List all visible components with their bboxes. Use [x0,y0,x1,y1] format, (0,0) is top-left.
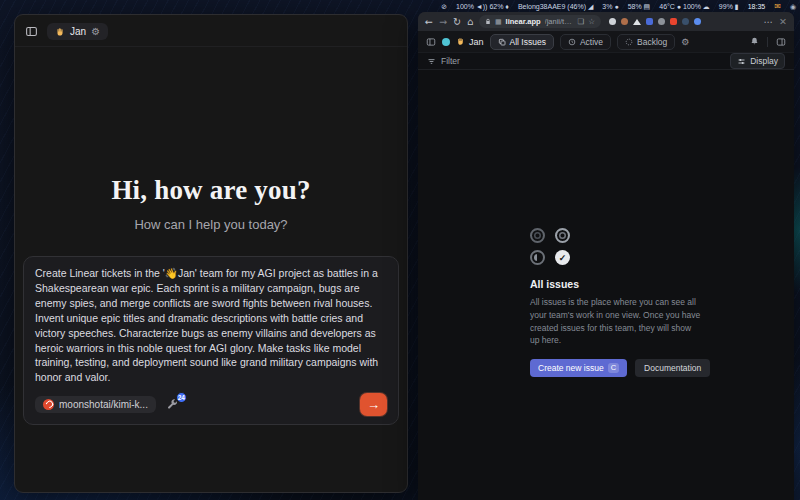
browser-toolbar: ← → ↻ ⌂ ▦ linear.app /janii/team/JANAPP/… [418,12,794,31]
documentation-button[interactable]: Documentation [635,359,710,377]
clock: 18:35 [748,3,766,10]
notifications-bell-icon[interactable] [750,37,759,46]
jan-app-window: Jan ⚙ Hi, how are you? How can I help yo… [14,14,408,493]
wave-emoji-icon [55,27,65,37]
extension-icons [609,18,701,25]
composer-toolbar: moonshotai/kimi-k... 24 → [35,393,387,416]
thread-team-label: Jan [70,26,86,37]
extension-icon-triangle[interactable] [633,19,641,25]
linear-header: Jan All Issues Active Backlog ⚙ [418,31,794,52]
linear-app: Jan All Issues Active Backlog ⚙ [418,31,794,500]
page-doc-icon[interactable]: ❏ [577,17,584,26]
browser-home-icon[interactable]: ⌂ [467,16,473,27]
linear-sidebar-toggle-icon[interactable] [426,37,436,47]
extension-icon-dark[interactable] [682,18,689,25]
desktop: ⊘ 100% ◄)) 62% ♦ Belong38AAE9 (46%) ◢ 3%… [0,0,800,500]
prompt-input-text[interactable]: Create Linear tickets in the '👋Jan' team… [35,266,387,385]
tab-backlog[interactable]: Backlog [617,34,675,50]
browser-back-icon[interactable]: ← [425,16,433,27]
mail-icon[interactable]: ✉ [774,2,781,11]
extension-icon-red[interactable] [670,18,677,25]
empty-state-actions: Create new issue C Documentation [530,359,708,377]
send-arrow-icon: → [367,397,380,412]
linear-team-label: Jan [469,37,484,47]
right-panel-toggle-icon[interactable] [776,37,786,47]
create-new-issue-button[interactable]: Create new issue C [530,359,627,377]
tools-button[interactable]: 24 [166,399,178,411]
shortcut-key-badge: C [608,363,619,373]
url-path: /janii/team/JANAPP/all [545,17,574,26]
browser-overflow-icon[interactable]: ⋯ [764,16,774,27]
dnd-icon: ⊘ [441,3,447,11]
done-status-icon: ✓ [555,250,570,265]
issue-status-icons: ✓ [530,228,708,265]
memory-status: 58% ▤ [628,3,651,11]
linear-header-right [750,37,786,47]
address-bar[interactable]: ▦ linear.app /janii/team/JANAPP/all ❏ ☆ [479,15,601,28]
battery-status: 99% ▮ [719,3,739,11]
extension-icon-blue[interactable] [646,18,653,25]
send-button[interactable]: → [360,393,387,416]
lock-icon [485,18,491,25]
model-selector-label: moonshotai/kimi-k... [59,399,148,410]
moonshot-logo-icon [43,399,54,410]
tab-active-label: Active [580,37,603,47]
tab-all-issues-label: All Issues [510,37,546,47]
in-progress-status-icon [530,250,545,265]
empty-state-title: All issues [530,278,708,290]
todo-status-icon [555,228,570,243]
extension-icon-globe[interactable] [609,18,616,25]
bookmark-star-icon[interactable]: ☆ [588,17,595,26]
system-status-bar: ⊘ 100% ◄)) 62% ♦ Belong38AAE9 (46%) ◢ 3%… [0,0,796,13]
tab-all-issues[interactable]: All Issues [490,34,554,50]
cpu-status: 3% ● [602,3,618,10]
view-settings-gear-icon[interactable]: ⚙ [681,37,689,47]
camera-icon[interactable]: ◉ [790,3,796,11]
thread-settings-gear-icon[interactable]: ⚙ [91,26,100,37]
jan-header: Jan ⚙ [15,15,407,47]
backlog-status-icon [530,228,545,243]
tab-active[interactable]: Active [560,34,611,50]
browser-close-icon[interactable]: ✕ [779,16,787,27]
workspace-logo-icon [442,38,450,46]
greeting-title: Hi, how are you? [15,175,407,206]
url-host: linear.app [506,17,541,26]
filter-icon [427,57,436,66]
temperature-status: 46°C ● 100% ☁ [659,3,710,11]
wifi-network-status: Belong38AAE9 (46%) ◢ [518,3,593,11]
extension-icon-gray[interactable] [658,18,665,25]
display-button-label: Display [750,56,778,66]
greeting-block: Hi, how are you? How can I help you toda… [15,175,407,232]
greeting-subtitle: How can I help you today? [15,217,407,232]
chat-composer[interactable]: Create Linear tickets in the '👋Jan' team… [23,256,399,425]
browser-reload-icon[interactable]: ↻ [453,16,461,27]
tab-backlog-label: Backlog [637,37,667,47]
extension-icon-sphere[interactable] [621,18,628,25]
thread-team-pill[interactable]: Jan ⚙ [47,23,108,40]
empty-state-description: All issues is the place where you can se… [530,296,702,347]
header-divider [767,37,768,47]
linear-team-breadcrumb[interactable]: Jan [456,37,484,47]
tools-count-badge: 24 [176,392,187,403]
linear-filter-bar: Filter Display [418,52,794,70]
create-new-issue-label: Create new issue [538,363,604,373]
linear-main-content: ✓ All issues All issues is the place whe… [418,70,794,500]
browser-window: ← → ↻ ⌂ ▦ linear.app /janii/team/JANAPP/… [418,12,794,500]
wave-emoji-icon [456,37,465,46]
site-info-icon[interactable]: ▦ [495,18,502,26]
volume-battery-status: 100% ◄)) 62% ♦ [456,3,509,10]
extension-icon-drop[interactable] [694,18,701,25]
display-button[interactable]: Display [730,53,785,69]
browser-forward-icon[interactable]: → [439,16,447,27]
all-issues-empty-state: ✓ All issues All issues is the place whe… [530,228,708,377]
sidebar-toggle-icon[interactable] [25,25,38,38]
filter-button[interactable]: Filter [441,56,460,66]
model-selector[interactable]: moonshotai/kimi-k... [35,396,156,413]
